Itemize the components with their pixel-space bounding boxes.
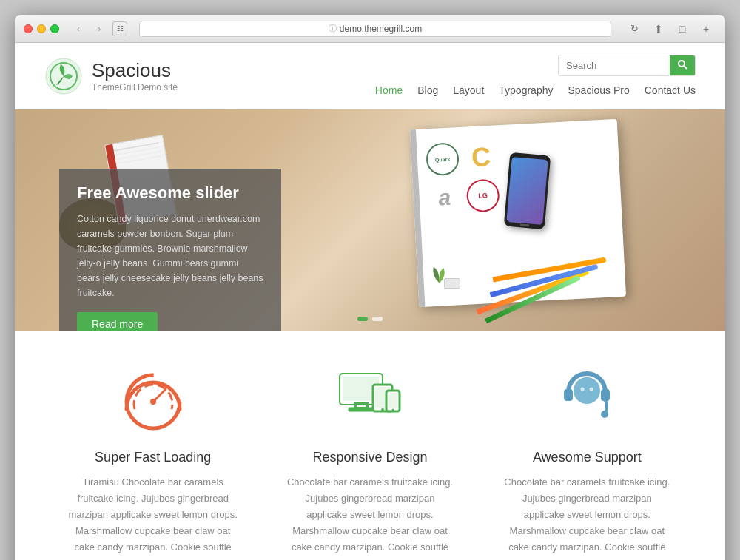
tabs-button[interactable]: ☷	[112, 21, 127, 36]
fullscreen-button[interactable]	[50, 24, 59, 33]
newwindow-button[interactable]: □	[672, 21, 693, 37]
svg-point-23	[581, 388, 585, 391]
svg-point-2	[679, 61, 684, 67]
logo-text: Spacious ThemeGrill Demo site	[92, 59, 178, 92]
features-section: Super Fast Loading Tiramisu Chocolate ba…	[15, 331, 725, 560]
search-button[interactable]	[670, 55, 695, 75]
nav-blog[interactable]: Blog	[417, 84, 438, 96]
quark-logo: Quark	[426, 142, 460, 176]
hero-phone	[504, 152, 551, 229]
share-button[interactable]: ⬆	[648, 21, 669, 37]
search-bar	[558, 55, 696, 76]
website: Spacious ThemeGrill Demo site	[15, 43, 725, 560]
svg-rect-20	[564, 389, 573, 401]
site-title: Spacious	[92, 59, 178, 82]
forward-button[interactable]: ›	[92, 21, 107, 36]
feature-responsive: Responsive Design Chocolate bar caramels…	[261, 368, 478, 560]
svg-point-19	[574, 377, 600, 404]
feature-speed-icon	[67, 368, 239, 438]
hero-content: Free Awesome slider Cotton candy liquori…	[59, 169, 281, 331]
hero-title: Free Awesome slider	[77, 183, 263, 203]
a-logo: a	[428, 181, 462, 215]
svg-line-3	[684, 66, 687, 69]
svg-point-15	[381, 408, 384, 411]
nav-layout[interactable]: Layout	[453, 84, 484, 96]
info-icon: ⓘ	[329, 23, 337, 34]
hero-description: Cotton candy liquorice donut unerdwear.c…	[77, 212, 263, 300]
feature-support: Awesome Support Chocolate bar caramels f…	[479, 368, 696, 560]
site-logo: Spacious ThemeGrill Demo site	[44, 57, 178, 95]
site-header: Spacious ThemeGrill Demo site	[15, 43, 725, 109]
feature-responsive-title: Responsive Design	[283, 450, 456, 465]
feature-responsive-desc: Chocolate bar caramels fruitcake icing. …	[283, 474, 456, 560]
add-tab-button[interactable]: +	[696, 21, 716, 37]
svg-point-22	[601, 411, 608, 418]
refresh-button[interactable]: ↻	[626, 21, 642, 37]
close-button[interactable]	[24, 24, 33, 33]
lg-logo: LG	[466, 178, 500, 212]
feature-support-title: Awesome Support	[501, 450, 673, 465]
slider-dot-2[interactable]	[372, 317, 383, 321]
nav-home[interactable]: Home	[375, 84, 403, 96]
svg-point-24	[590, 388, 593, 391]
logo-icon	[44, 57, 83, 95]
svg-point-18	[391, 409, 394, 411]
slider-dots	[357, 317, 383, 321]
feature-responsive-icon	[283, 368, 456, 438]
browser-window: ‹ › ☷ ⓘ demo.themegrill.com ↻ ⬆ □ +	[15, 15, 725, 560]
feature-support-icon	[501, 368, 673, 438]
slider-dot-1[interactable]	[357, 317, 368, 321]
nav-contact[interactable]: Contact Us	[645, 84, 696, 96]
back-button[interactable]: ‹	[71, 21, 86, 36]
feature-speed: Super Fast Loading Tiramisu Chocolate ba…	[44, 368, 261, 560]
header-right: Home Blog Layout Typography Spacious Pro…	[375, 55, 696, 97]
eraser	[444, 278, 460, 289]
main-nav: Home Blog Layout Typography Spacious Pro…	[375, 84, 696, 97]
hero-phone-screen	[506, 157, 548, 225]
svg-point-7	[150, 399, 156, 405]
browser-actions: ⬆ □ +	[648, 21, 716, 37]
svg-rect-12	[349, 408, 373, 411]
address-bar[interactable]: ⓘ demo.themegrill.com	[139, 21, 611, 37]
feature-speed-desc: Tiramisu Chocolate bar caramels fruitcak…	[67, 474, 239, 560]
feature-support-desc: Chocolate bar caramels fruitcake icing. …	[501, 474, 673, 560]
svg-rect-17	[388, 393, 397, 408]
minimize-button[interactable]	[37, 24, 46, 33]
c-logo: C	[464, 140, 498, 174]
url-text: demo.themegrill.com	[340, 24, 422, 34]
nav-typography[interactable]: Typography	[499, 84, 553, 96]
search-input[interactable]	[559, 55, 670, 75]
browser-titlebar: ‹ › ☷ ⓘ demo.themegrill.com ↻ ⬆ □ +	[15, 15, 725, 43]
hero-slider: Quark C a LG	[15, 109, 725, 331]
feature-speed-title: Super Fast Loading	[67, 450, 239, 465]
site-subtitle: ThemeGrill Demo site	[92, 82, 178, 92]
read-more-button[interactable]: Read more	[77, 312, 158, 331]
traffic-lights	[24, 24, 59, 33]
nav-spacious-pro[interactable]: Spacious Pro	[568, 84, 629, 96]
search-icon	[677, 59, 687, 70]
